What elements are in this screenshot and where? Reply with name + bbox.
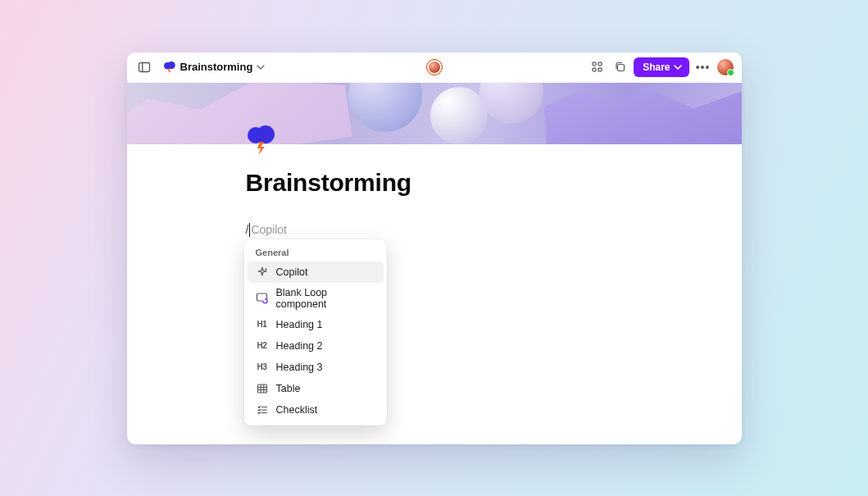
share-button[interactable]: Share — [634, 57, 688, 77]
svg-point-4 — [592, 62, 595, 66]
svg-point-3 — [167, 61, 175, 69]
menu-item-label: Heading 1 — [276, 319, 323, 330]
svg-rect-0 — [139, 62, 149, 71]
menu-item-label: Heading 2 — [276, 340, 323, 352]
slash-command-menu: General Copilot — [244, 239, 387, 425]
menu-item-label: Checklist — [276, 404, 318, 416]
page-switcher[interactable]: Brainstorming — [160, 59, 269, 75]
h2-icon: H2 — [256, 339, 269, 353]
slash-prefix: / — [246, 223, 249, 236]
menu-item-checklist[interactable]: Checklist — [248, 399, 384, 421]
svg-rect-13 — [257, 385, 266, 393]
document-body: Brainstorming / Copilot General Copilot — [127, 144, 742, 444]
menu-item-label: Heading 3 — [276, 362, 323, 373]
h1-icon: H1 — [256, 318, 269, 331]
table-icon — [256, 382, 269, 395]
apps-button[interactable] — [588, 58, 606, 76]
chevron-down-icon — [674, 63, 682, 71]
menu-item-label: Table — [276, 383, 301, 394]
menu-section-header: General — [248, 244, 384, 262]
copy-component-button[interactable] — [611, 58, 629, 76]
copy-icon — [614, 61, 626, 73]
topbar: Brainstorming — [127, 52, 742, 83]
slash-query-placeholder: Copilot — [251, 223, 287, 236]
sidebar-toggle-button[interactable] — [135, 58, 153, 76]
panel-left-icon — [138, 61, 151, 74]
svg-point-7 — [598, 68, 601, 71]
svg-point-5 — [598, 62, 601, 66]
menu-item-heading-3[interactable]: H3 Heading 3 — [248, 357, 384, 378]
checklist-icon — [256, 403, 269, 416]
brainstorm-emoji-icon — [163, 61, 176, 74]
apps-grid-icon — [591, 61, 603, 73]
menu-item-heading-2[interactable]: H2 Heading 2 — [248, 335, 384, 357]
avatar-icon — [426, 59, 443, 75]
topbar-title: Brainstorming — [180, 61, 253, 73]
menu-item-label: Blank Loop component — [276, 287, 375, 310]
brainstorm-emoji-icon — [246, 125, 277, 156]
loop-component-icon — [256, 292, 269, 305]
app-window: Brainstorming — [127, 52, 742, 444]
menu-item-label: Copilot — [276, 266, 308, 278]
share-button-label: Share — [643, 61, 670, 73]
menu-item-loop-component[interactable]: Blank Loop component — [248, 283, 384, 314]
menu-item-copilot[interactable]: Copilot — [248, 262, 384, 283]
chevron-down-icon — [257, 63, 265, 71]
editor-input[interactable]: / Copilot — [246, 223, 742, 237]
ellipsis-icon: ••• — [694, 61, 712, 74]
h3-icon: H3 — [256, 361, 269, 374]
menu-item-table[interactable]: Table — [248, 378, 384, 399]
page-emoji[interactable] — [246, 125, 277, 156]
text-caret — [249, 223, 250, 237]
cover-image[interactable] — [127, 83, 742, 144]
page-title[interactable]: Brainstorming — [246, 169, 742, 197]
active-user-indicator[interactable] — [426, 59, 443, 75]
user-presence-avatar[interactable] — [717, 59, 734, 75]
svg-point-6 — [592, 68, 595, 71]
sparkle-icon — [256, 266, 269, 279]
svg-rect-8 — [617, 65, 624, 71]
more-options-button[interactable]: ••• — [694, 58, 712, 76]
menu-item-heading-1[interactable]: H1 Heading 1 — [248, 314, 384, 335]
svg-point-10 — [257, 125, 275, 143]
